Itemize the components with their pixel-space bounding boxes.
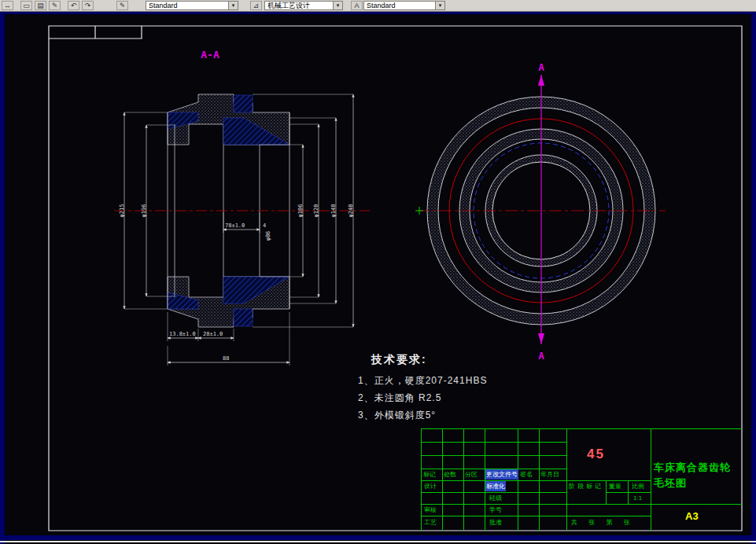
titleblock-approve-label[interactable]: 批准 (489, 517, 502, 527)
grip-cross[interactable] (415, 207, 423, 215)
dim-label-right-outer[interactable]: φ240 (348, 204, 354, 218)
drawing-geometry: 78±1.0 4 13.8±1.0 28±1.0 88 φ215 φ196 φ8… (0, 0, 756, 544)
titleblock-standardization-label[interactable]: 标准化 (485, 481, 506, 491)
titleblock-sheets-label[interactable]: 共 张 第 张 (571, 517, 635, 527)
text-style-icon[interactable]: A (351, 1, 363, 10)
dimension-style-combobox[interactable]: Standard ▾ (146, 1, 238, 10)
titleblock-grade-label[interactable]: 轻级 (489, 493, 502, 503)
titleblock-header-count[interactable]: 处数 (444, 469, 456, 480)
dim-label-left-inner[interactable]: φ196 (141, 204, 147, 218)
titleblock-material[interactable]: 45 (587, 447, 605, 462)
drawing-frame[interactable] (49, 26, 742, 531)
chevron-down-icon[interactable]: ▾ (228, 2, 238, 9)
tech-requirement-item[interactable]: 1、正火，硬度207-241HBS (358, 374, 487, 388)
process-style-combobox[interactable]: 机械工艺设计 ▾ (264, 1, 343, 10)
pan-icon[interactable]: ↔ (2, 1, 13, 10)
dim-style-icon[interactable]: ⊿ (250, 1, 262, 10)
titleblock-process-label[interactable]: 工艺 (424, 517, 437, 527)
titleblock-header-date[interactable]: 年月日 (540, 469, 559, 480)
section-marker-top[interactable]: A (538, 62, 544, 73)
section-arrow-bottom (538, 333, 544, 344)
process-style-value: 机械工艺设计 (267, 1, 333, 11)
dim-label-left-outer[interactable]: φ215 (119, 204, 125, 218)
chevron-down-icon[interactable]: ▾ (333, 2, 342, 9)
titleblock-stage-mark-label[interactable]: 阶段标记 (569, 481, 604, 491)
section-view-label[interactable]: A-A (201, 49, 219, 61)
new-icon[interactable]: ▭ (20, 1, 32, 10)
text-style-value: Standard (367, 2, 435, 9)
dim-label-step[interactable]: 4 (263, 222, 266, 229)
titleblock-header-sign[interactable]: 签名 (520, 469, 533, 480)
section-arrow-top (538, 75, 544, 86)
titleblock-weight-label[interactable]: 重量 (609, 481, 621, 491)
pencil-icon[interactable]: ✎ (49, 1, 61, 10)
dim-label-right-1[interactable]: φ106 (297, 204, 304, 218)
dim-label-right-2[interactable]: φ120 (313, 204, 319, 218)
toolbar: ↔ ▭ ▤ ✎ ↶ ↷ ✎ Standard ▾ ⊿ 机械工艺设计 ▾ A St… (0, 0, 756, 12)
dim-label-flange-width[interactable]: 13.8±1.0 (169, 331, 196, 337)
dim-label-right-3[interactable]: φ148 (330, 204, 337, 218)
titleblock-sheet-size[interactable]: A3 (685, 510, 699, 522)
chevron-down-icon[interactable]: ▾ (435, 2, 444, 9)
edit-icon[interactable]: ✎ (116, 1, 128, 10)
titleblock-design-label[interactable]: 设计 (424, 481, 437, 491)
dim-label-bore[interactable]: φ86 (265, 231, 271, 241)
titleblock-audit-label[interactable]: 审核 (424, 505, 437, 515)
titleblock-drawing-title-line2[interactable]: 毛坯图 (654, 476, 687, 491)
section-marker-bottom[interactable]: A (538, 351, 544, 362)
titleblock-header-mark[interactable]: 标记 (423, 469, 436, 480)
titleblock-drawing-title-line1[interactable]: 车床离合器齿轮 (654, 461, 731, 475)
tech-requirements-title[interactable]: 技术要求: (371, 353, 427, 367)
undo-icon[interactable]: ↶ (68, 1, 79, 10)
tech-requirement-item[interactable]: 3、外模锻斜度5° (358, 409, 436, 422)
titleblock-scale-label[interactable]: 比例 (632, 481, 644, 491)
text-style-combobox[interactable]: Standard ▾ (363, 1, 445, 10)
dim-label-overall[interactable]: 88 (223, 355, 229, 362)
titleblock-header-zone[interactable]: 分区 (465, 469, 478, 480)
tech-requirement-item[interactable]: 2、未注圆角 R2.5 (358, 391, 441, 405)
front-view[interactable] (415, 75, 666, 344)
titleblock-header-change-file[interactable]: 更改文件号 (485, 469, 518, 480)
dim-label-rim-width[interactable]: 28±1.0 (203, 331, 223, 337)
titleblock-scale-value[interactable]: 1:1 (633, 493, 642, 503)
open-icon[interactable]: ▤ (35, 1, 46, 10)
redo-icon[interactable]: ↷ (82, 1, 94, 10)
titleblock-student-id-label[interactable]: 学号 (489, 505, 502, 515)
dim-label-hub-width[interactable]: 78±1.0 (225, 222, 245, 229)
dimension-style-value: Standard (149, 2, 228, 9)
